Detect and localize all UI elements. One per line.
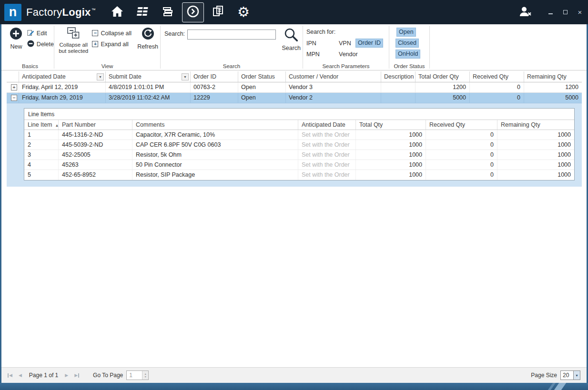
- cell-order-status: Open: [238, 93, 286, 103]
- li-cell-part-number: 445-1316-2-ND: [59, 130, 132, 140]
- nav-item-materials[interactable]: [157, 2, 179, 22]
- param-order-id[interactable]: Order ID: [355, 39, 383, 48]
- nav-item-documents[interactable]: [207, 2, 229, 22]
- li-header-total-qty[interactable]: Total Qty: [356, 120, 426, 130]
- collapse-all-button[interactable]: − Collapse all: [92, 28, 132, 39]
- expand-all-button[interactable]: + Expand all: [92, 39, 132, 50]
- cell-received-qty: 0: [470, 93, 524, 103]
- li-header-line-item[interactable]: Line Item▲: [24, 120, 59, 130]
- first-page-button[interactable]: ◀: [8, 373, 12, 378]
- page-size-select[interactable]: 20 ▼: [560, 370, 580, 380]
- collapse-row-button[interactable]: −: [11, 95, 17, 101]
- header-total-order-qty[interactable]: Total Order Qty: [416, 71, 470, 82]
- nav-item-home[interactable]: [106, 2, 128, 22]
- documents-icon: [212, 5, 224, 19]
- collapse-window-icon: [67, 27, 80, 40]
- previous-page-button[interactable]: ◀: [19, 373, 22, 378]
- li-cell-part-number: 445-5039-2-ND: [59, 140, 132, 150]
- order-detail-region: Line Items Line Item▲ Part Number Commen…: [7, 103, 582, 187]
- header-customer-vendor[interactable]: Customer / Vendor: [286, 71, 381, 82]
- li-cell-total-qty: 1000: [356, 160, 426, 170]
- main-content: Anticipated Date ▼ Submit Date ▼ Order I…: [1, 70, 587, 383]
- li-cell-received-qty: 0: [426, 130, 497, 140]
- spinner-down-icon: ▼: [144, 375, 147, 378]
- line-item-row[interactable]: 4 45263 50 Pin Connector Set with the Or…: [24, 160, 574, 170]
- next-page-button[interactable]: ▶: [65, 373, 68, 378]
- li-header-remaining-qty[interactable]: Remaining Qty: [497, 120, 574, 130]
- param-vendor[interactable]: Vendor: [339, 51, 358, 58]
- goto-page-spinner[interactable]: ▲ ▼: [142, 371, 148, 380]
- header-order-id[interactable]: Order ID: [191, 71, 238, 82]
- li-header-anticipated-date[interactable]: Anticipated Date: [298, 120, 356, 130]
- param-vpn[interactable]: VPN: [339, 40, 351, 47]
- status-open[interactable]: Open: [396, 28, 416, 37]
- cell-anticipated-date: Friday, March 29, 2019: [19, 93, 106, 103]
- line-items-header-row: Line Item▲ Part Number Comments Anticipa…: [24, 120, 574, 130]
- header-order-status[interactable]: Order Status: [238, 71, 286, 82]
- li-cell-remaining-qty: 1000: [497, 160, 574, 170]
- expander-cell: −: [7, 93, 19, 103]
- close-button[interactable]: ×: [577, 9, 583, 16]
- cell-customer-vendor: Vendor 3: [286, 82, 381, 92]
- prev-arrow-glyph: ◀: [19, 373, 22, 378]
- order-row-selected[interactable]: − Friday, March 29, 2019 3/28/2019 11:02…: [7, 93, 582, 103]
- li-header-comments[interactable]: Comments: [132, 120, 298, 130]
- main-nav: ⚙: [106, 2, 254, 22]
- header-submit-date[interactable]: Submit Date ▼: [106, 71, 191, 82]
- pencil-icon: [27, 29, 34, 38]
- ribbon-group-order-status: Open Closed OnHold Order Status: [389, 24, 429, 70]
- brand-regular: Factory: [26, 6, 62, 18]
- minimize-icon: [548, 13, 553, 14]
- header-description[interactable]: Description: [381, 71, 416, 82]
- maximize-button[interactable]: [562, 9, 568, 16]
- header-expander-column: [7, 71, 19, 82]
- li-cell-anticipated-date: Set with the Order: [298, 130, 356, 140]
- status-onhold[interactable]: OnHold: [395, 50, 420, 59]
- pager-bar: ◀ ◀ Page 1 of 1 ▶ ▶ Go To Page ▲ ▼ Page …: [1, 367, 587, 383]
- li-cell-part-number: 452-65-8952: [59, 170, 132, 180]
- param-ipn[interactable]: IPN: [306, 40, 316, 47]
- ribbon-group-view: Collapse allbut selected − Collapse all …: [54, 24, 160, 70]
- filter-dropdown-icon[interactable]: ▼: [97, 73, 104, 80]
- li-header-received-qty[interactable]: Received Qty: [426, 120, 497, 130]
- line-item-row[interactable]: 3 452-25005 Resistor, 5k Ohm Set with th…: [24, 150, 574, 160]
- order-row[interactable]: + Friday, April 12, 2019 4/8/2019 1:01:0…: [7, 82, 582, 93]
- logout-user-button[interactable]: [518, 6, 533, 19]
- li-cell-received-qty: 0: [426, 150, 497, 160]
- edit-button[interactable]: Edit: [27, 28, 54, 39]
- header-remaining-qty[interactable]: Remaining Qty: [524, 71, 582, 82]
- line-item-row[interactable]: 5 452-65-8952 Resistor, SIP Package Set …: [24, 170, 574, 180]
- nav-item-settings[interactable]: ⚙: [233, 2, 254, 22]
- cell-submit-date: 4/8/2019 1:01:01 PM: [106, 82, 191, 92]
- header-received-qty[interactable]: Received Qty: [470, 71, 524, 82]
- window-controls: ×: [547, 9, 583, 16]
- li-cell-remaining-qty: 1000: [497, 170, 574, 180]
- status-closed[interactable]: Closed: [395, 39, 419, 48]
- filter-dropdown-icon[interactable]: ▼: [182, 73, 189, 80]
- nav-item-receiving[interactable]: [182, 2, 204, 22]
- line-item-row[interactable]: 1 445-1316-2-ND Capacitor, X7R Ceramic, …: [24, 130, 574, 140]
- gear-icon: ⚙: [237, 5, 250, 19]
- li-cell-anticipated-date: Set with the Order: [298, 140, 356, 150]
- delete-button[interactable]: Delete: [27, 39, 54, 50]
- li-cell-part-number: 452-25005: [59, 150, 132, 160]
- schedule-icon: [136, 6, 149, 19]
- header-anticipated-date[interactable]: Anticipated Date ▼: [19, 71, 106, 82]
- last-page-button[interactable]: ▶: [74, 373, 79, 378]
- line-item-row[interactable]: 2 445-5039-2-ND CAP CER 6.8PF 50V C0G 06…: [24, 140, 574, 150]
- li-cell-anticipated-date: Set with the Order: [298, 160, 356, 170]
- chevron-down-icon: ▼: [573, 371, 580, 380]
- page-size-label: Page Size: [531, 372, 557, 379]
- minimize-button[interactable]: [547, 9, 554, 16]
- li-cell-total-qty: 1000: [356, 150, 426, 160]
- refresh-icon: [142, 27, 154, 41]
- expand-all-label: Expand all: [101, 41, 128, 48]
- param-mpn[interactable]: MPN: [306, 51, 320, 58]
- nav-item-schedule[interactable]: [132, 2, 153, 22]
- expand-row-button[interactable]: +: [11, 84, 17, 90]
- search-input[interactable]: [187, 30, 275, 40]
- cell-received-qty: 0: [470, 82, 524, 92]
- search-button-label: Search: [282, 45, 301, 51]
- li-header-part-number[interactable]: Part Number: [59, 120, 132, 130]
- app-logo-letter: n: [9, 5, 17, 20]
